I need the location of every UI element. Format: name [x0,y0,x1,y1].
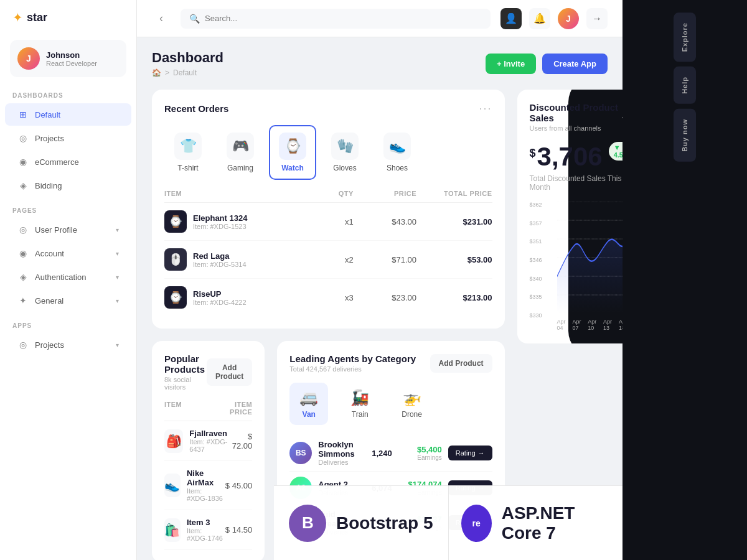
currency-symbol: $ [530,147,536,160]
avatar-icon[interactable]: 👤 [500,8,522,29]
sidebar-item-projects-app[interactable]: ◎ Projects ▾ [5,334,131,356]
tab-drone[interactable]: 🚁 Drone [392,383,432,425]
sidebar-item-label: User Profile [35,225,110,235]
sidebar-item-label: Projects [35,134,119,143]
y-label: $330 [530,312,552,319]
order-tabs: 👕 T-shirt 🎮 Gaming ⌚ Watch 🧤 [164,125,492,180]
sidebar-item-general[interactable]: ✦ General ▾ [5,289,131,312]
drone-icon: 🚁 [403,389,421,406]
item-id: Item: #XDG-1523 [193,223,247,230]
tab-watch[interactable]: ⌚ Watch [269,125,316,180]
tab-label: Drone [402,410,422,419]
sidebar-item-label: Authentication [35,273,110,282]
tab-label: Watch [281,164,304,172]
bell-icon: 🔔 [533,12,546,24]
sidebar-item-ecommerce[interactable]: ◉ eCommerce [5,151,131,173]
tab-shoes[interactable]: 👟 Shoes [374,125,421,180]
agent-avatar: BS [289,442,312,464]
item-total: $53.00 [416,255,492,264]
aspnet-item: re ASP.NET Core 7 [448,486,623,560]
user-name: Johnson [46,50,97,60]
sidebar-item-projects[interactable]: ◎ Projects [5,127,131,149]
agents-header: Leading Agents by Category Total 424,567… [289,353,492,373]
buy-now-button[interactable]: Buy now [674,109,696,162]
product-id: Item: #XDG-1836 [187,487,223,502]
table-row: ⌚ Elephant 1324 Item: #XDG-1523 x1 $43.0… [164,203,492,241]
earnings-value: $5,400 [398,445,442,454]
gloves-icon: 🧤 [331,133,359,160]
help-button[interactable]: Help [674,67,696,104]
add-product-agents-button[interactable]: Add Product [430,354,492,373]
search-input[interactable] [205,14,329,23]
user-profile-card[interactable]: J Johnson React Developer [10,40,126,77]
create-app-button[interactable]: Create App [542,54,608,74]
item-image: ⌚ [164,286,187,309]
list-item: 🎒 Fjallraven Item: #XDG-6437 $ 72.00 [164,421,252,461]
sidebar-item-authentication[interactable]: ◈ Authentication ▾ [5,266,131,288]
x-label: Apr 18 [619,319,622,331]
col-item: ITEM [164,190,291,197]
product-image: 👟 [164,474,181,497]
x-label: Apr 13 [603,319,619,331]
sidebar-item-account[interactable]: ◉ Account ▾ [5,242,131,264]
y-label: $351 [530,238,552,245]
dashboards-section-label: DASHBOARDS [0,82,136,103]
chevron-down-icon: ▾ [116,250,119,257]
item-total: $231.00 [416,217,492,226]
sidebar-item-label: Bidding [35,181,119,190]
sidebar-item-user-profile[interactable]: ◎ User Profile ▾ [5,218,131,241]
explore-button[interactable]: Explore [674,12,696,62]
y-label: $340 [530,276,552,282]
agent-info: Brooklyn Simmons Deliveries [318,440,355,466]
add-product-button[interactable]: Add Product [207,358,252,386]
tab-tshirt[interactable]: 👕 T-shirt [164,125,212,180]
tshirt-icon: 👕 [174,133,202,160]
x-label: Apr 04 [557,319,573,331]
account-icon: ◉ [17,248,29,259]
sidebar-collapse-button[interactable]: ‹ [152,9,171,28]
search-icon: 🔍 [189,14,200,24]
chevron-down-icon: ▾ [116,342,119,348]
sidebar-item-default[interactable]: ⊞ Default [5,103,131,126]
chevron-down-icon: ▾ [116,297,119,304]
arrow-right-button[interactable]: → [586,8,608,29]
bootstrap-logo: B [289,505,326,542]
tab-van[interactable]: 🚐 Van [289,383,328,425]
discount-badge: ▼ 4.5% [609,142,622,161]
item-id: Item: #XDG-4222 [193,299,247,306]
bidding-icon: ◈ [17,180,29,191]
rating-button[interactable]: Rating → [448,446,492,460]
more-menu-icon[interactable]: ··· [621,111,622,124]
y-label: $335 [530,294,552,300]
products-table-header: ITEM ITEM PRICE [164,401,252,421]
discount-amount: $ 3,706 ▼ 4.5% [530,142,622,172]
more-menu-icon[interactable]: ··· [479,102,492,115]
discount-header: Discounted Product Sales Users from all … [530,102,622,132]
popular-products-subtitle: 8k social visitors [164,376,207,391]
tab-train[interactable]: 🚂 Train [341,383,379,425]
train-icon: 🚂 [350,389,369,406]
agents-title: Leading Agents by Category [289,353,416,364]
tab-gaming[interactable]: 🎮 Gaming [217,125,264,180]
tab-gloves[interactable]: 🧤 Gloves [321,125,369,180]
order-table-header: ITEM QTY PRICE TOTAL PRICE [164,190,492,203]
sidebar-item-bidding[interactable]: ◈ Bidding [5,174,131,197]
user-avatar-topbar[interactable]: J [558,8,579,29]
tab-label: Van [303,410,316,419]
invite-button[interactable]: + Invite [486,54,536,74]
order-item: 🖱️ Red Laga Item: #XDG-5314 [164,248,291,271]
discount-subtitle: Users from all channels [530,124,621,132]
recent-orders-card: Recent Orders ··· 👕 T-shirt 🎮 Gaming [152,90,505,329]
notifications-button[interactable]: 🔔 [529,8,550,29]
arrow-right-icon: → [478,449,485,457]
category-tabs: 🚐 Van 🚂 Train 🚁 Drone [289,383,492,425]
chevron-down-icon: ▾ [116,274,119,281]
sidebar-item-label: General [35,296,110,306]
user-info: Johnson React Developer [46,50,97,67]
tab-label: Gaming [227,164,253,172]
agent-name: Brooklyn Simmons [318,440,355,459]
discount-description: Total Discounted Sales This Month [530,174,622,192]
chart-svg-area: Apr 04 Apr 07 Apr 10 Apr 13 Apr 18 [557,202,622,331]
col-total: TOTAL PRICE [416,190,492,197]
agent-earnings: $5,400 Earnings [398,445,442,461]
